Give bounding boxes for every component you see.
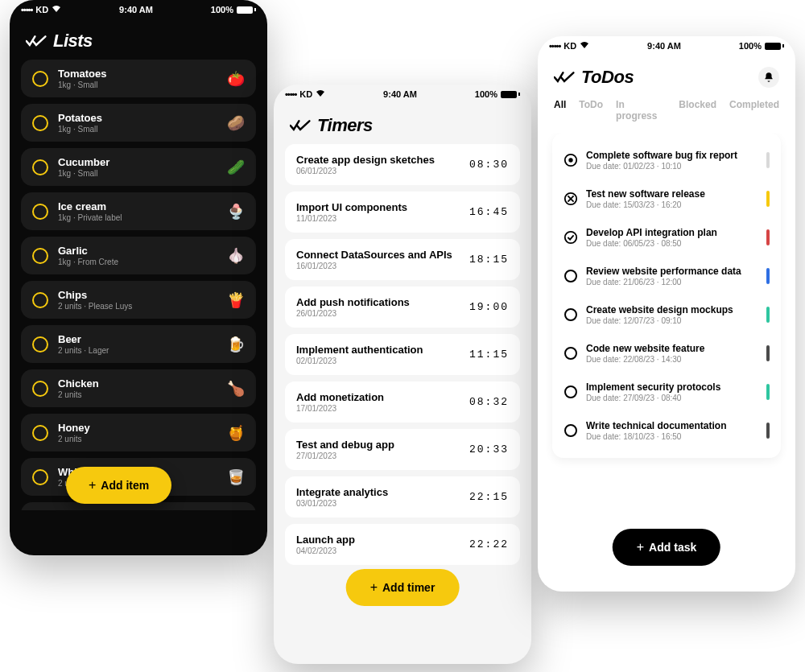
list-item-title: Chicken [58,377,217,390]
status-icon[interactable] [564,307,578,322]
todo-text: Review website performance data Due date… [586,266,758,287]
page-title: ToDos [581,67,634,88]
add-timer-button[interactable]: + Add timer [346,569,460,606]
timer-item[interactable]: Add push notifications 26/01/2023 19:00 [285,287,520,328]
checkbox-ring-icon[interactable] [32,381,48,397]
tab-completed[interactable]: Completed [729,99,779,122]
bell-icon [763,72,774,83]
todo-item[interactable]: Complete software bug fix report Due dat… [560,141,773,179]
timer-item[interactable]: Create app design sketches 06/01/2023 08… [285,144,520,185]
checkbox-ring-icon[interactable] [32,248,48,264]
timer-item[interactable]: Implement authentication 02/01/2023 11:1… [285,334,520,375]
todo-item[interactable]: Develop API integration plan Due date: 0… [560,218,773,257]
logo-icon [26,34,47,48]
list-item-text: Chicken 2 units [58,377,217,399]
tab-all[interactable]: All [554,99,566,122]
list-item-text: Potatoes 1kg · Small [58,112,217,134]
list-item[interactable]: Ice cream 1kg · Private label 🍨 [21,192,256,230]
timer-clock: 22:22 [469,538,509,550]
list-item[interactable]: Tomatoes 1kg · Small 🍅 [21,60,256,97]
todo-title: Test new software release [586,188,758,200]
list-item-text: Beer 2 units · Lager [58,333,217,355]
add-item-button[interactable]: + Add item [66,467,171,504]
list-item-sub: 1kg · Small [58,169,217,178]
todo-item[interactable]: Write technical documentation Due date: … [560,411,773,450]
list-item-title: Ice cream [58,200,217,212]
list-item[interactable]: Potatoes 1kg · Small 🥔 [21,104,256,142]
signal-dots-icon: ••••• [21,5,32,14]
list-item-sub: 1kg · Private label [58,213,217,222]
list-item[interactable]: Beer 2 units · Lager 🍺 [21,325,256,363]
food-emoji-icon: 🥒 [227,159,245,176]
timer-item[interactable]: Launch app 04/02/2023 22:22 [285,524,520,565]
priority-tag [766,229,770,245]
status-icon[interactable] [564,423,578,438]
timer-clock: 08:30 [469,159,509,171]
timer-item[interactable]: Integrate analytics 03/01/2023 22:15 [285,476,520,517]
phone-todos: ••••• KD 9:40 AM 100% ToDos AllToDoIn pr… [538,36,795,592]
todo-item[interactable]: Create website design mockups Due date: … [560,295,773,334]
list-item[interactable]: Chips 2 units · Please Luys 🍟 [21,281,256,319]
timer-clock: 18:15 [469,254,509,266]
lists-scroll[interactable]: Tomatoes 1kg · Small 🍅 Potatoes 1kg · Sm… [10,60,267,510]
priority-tag [766,191,770,207]
todo-item[interactable]: Test new software release Due date: 15/0… [560,179,773,218]
timers-scroll[interactable]: Create app design sketches 06/01/2023 08… [274,144,531,611]
status-icon[interactable] [564,192,578,206]
status-bar: ••••• KD 9:40 AM 100% [538,36,795,56]
battery-pct: 100% [475,89,497,99]
signal-dots-icon: ••••• [285,89,296,99]
timer-item[interactable]: Import UI components 11/01/2023 16:45 [285,192,520,233]
todo-sub: Due date: 12/07/23 · 09:10 [586,316,758,325]
list-item-text: Ice cream 1kg · Private label [58,200,217,222]
list-item[interactable]: Cucumber 1kg · Small 🥒 [21,148,256,186]
todo-title: Review website performance data [586,266,758,277]
todo-sub: Due date: 27/09/23 · 08:40 [586,394,758,402]
timer-text: Add push notifications 26/01/2023 [296,296,410,318]
tab-todo[interactable]: ToDo [579,99,603,122]
todo-text: Implement security protocols Due date: 2… [586,381,758,402]
status-icon[interactable] [564,269,578,283]
priority-tag [766,423,770,439]
list-item-sub: 2 units · Please Luys [58,302,217,311]
plus-icon: + [637,540,644,555]
todos-scroll[interactable]: Complete software bug fix report Due dat… [538,133,795,567]
food-emoji-icon: 🍺 [227,336,245,353]
status-icon[interactable] [564,385,578,399]
add-task-button[interactable]: + Add task [613,529,720,566]
checkbox-ring-icon[interactable] [32,336,48,352]
todo-item[interactable]: Code new website feature Due date: 22/08… [560,334,773,373]
notifications-button[interactable] [758,67,779,88]
tab-in-progress[interactable]: In progress [616,99,666,122]
checkbox-ring-icon[interactable] [32,159,48,175]
todo-text: Develop API integration plan Due date: 0… [586,227,758,248]
list-item-sub: 2 units [58,435,217,443]
signal-dots-icon: ••••• [549,41,560,51]
todo-item[interactable]: Review website performance data Due date… [560,257,773,295]
timer-title: Connect DataSources and APIs [296,249,452,261]
logo-icon [290,118,311,133]
status-icon[interactable] [564,230,578,245]
list-item[interactable]: Honey 2 units 🍯 [21,414,256,451]
timer-item[interactable]: Add monetization 17/01/2023 08:32 [285,381,520,423]
list-item[interactable]: Chicken 2 units 🍗 [21,369,256,407]
list-item[interactable]: Garlic 1kg · From Crete 🧄 [21,237,256,274]
status-time: 9:40 AM [647,41,681,51]
checkbox-ring-icon[interactable] [32,204,48,220]
status-icon[interactable] [564,153,578,167]
checkbox-ring-icon[interactable] [32,292,48,308]
todo-item[interactable]: Implement security protocols Due date: 2… [560,373,773,411]
timer-item[interactable]: Connect DataSources and APIs 16/01/2023 … [285,239,520,280]
timer-item[interactable]: Test and debug app 27/01/2023 20:33 [285,429,520,470]
timer-clock: 16:45 [469,206,509,218]
checkbox-ring-icon[interactable] [32,71,48,87]
todo-title: Develop API integration plan [586,227,758,238]
checkbox-ring-icon[interactable] [32,425,48,441]
status-icon[interactable] [564,346,578,361]
food-emoji-icon: 🍯 [227,424,245,442]
list-item-sub: 2 units · Lager [58,346,217,355]
checkbox-ring-icon[interactable] [32,115,48,131]
checkbox-ring-icon[interactable] [32,469,48,485]
list-item-title: Beer [58,333,217,345]
tab-blocked[interactable]: Blocked [679,99,716,122]
